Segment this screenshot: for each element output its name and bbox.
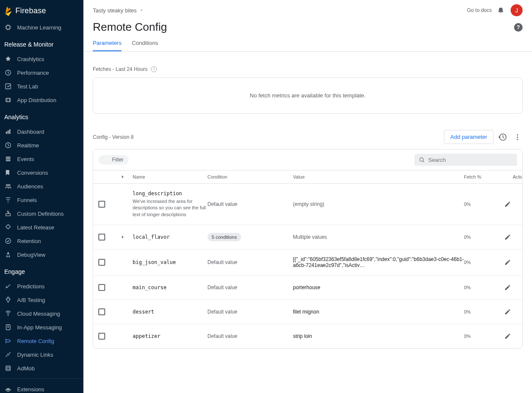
row-checkbox[interactable] (98, 308, 105, 315)
nav-icon (4, 82, 12, 90)
sidebar-item-test-lab[interactable]: Test Lab (0, 79, 83, 93)
sidebar-item-events[interactable]: Events (0, 152, 83, 166)
row-checkbox[interactable] (98, 234, 105, 240)
row-checkbox[interactable] (98, 201, 105, 208)
edit-button[interactable] (502, 199, 513, 209)
info-icon[interactable]: ? (151, 66, 157, 72)
param-name: big_json_value (133, 259, 207, 265)
sidebar-item-custom-definitions[interactable]: Custom Definitions (0, 207, 83, 220)
table-row: appetizerDefault valuestrip loin0% (93, 324, 522, 348)
sidebar-item-label: Remote Config (17, 338, 54, 344)
add-parameter-button[interactable]: Add parameter (444, 130, 494, 144)
sidebar: Firebase Machine Learning Release & Moni… (0, 0, 83, 393)
col-fetch: Fetch % (464, 174, 494, 179)
row-more-button[interactable] (518, 331, 523, 341)
config-actions: Add parameter (444, 130, 523, 144)
filter-button[interactable]: Filter (98, 155, 129, 164)
nav-icon (4, 223, 12, 231)
nav-icon (4, 323, 12, 331)
nav-icon (4, 282, 12, 290)
sidebar-item-machine-learning[interactable]: Machine Learning (0, 21, 83, 34)
nav-icon (4, 196, 12, 204)
sidebar-item-dynamic-links[interactable]: Dynamic Links (0, 348, 83, 361)
notifications-button[interactable] (497, 6, 505, 15)
param-name: appetizer (133, 333, 207, 339)
sidebar-item-realtime[interactable]: Realtime (0, 138, 83, 152)
row-more-button[interactable] (518, 199, 523, 209)
main-content: Tasty steaky bites Go to docs J Remote C… (83, 0, 532, 393)
row-checkbox[interactable] (98, 259, 105, 266)
search-input[interactable] (428, 157, 513, 163)
sidebar-item-extensions[interactable]: Extensions (0, 382, 83, 393)
sidebar-item-predictions[interactable]: Predictions (0, 279, 83, 293)
svg-rect-4 (6, 132, 7, 134)
search-box[interactable] (414, 154, 517, 166)
sidebar-item-audiences[interactable]: Audiences (0, 179, 83, 193)
nav-icon (4, 337, 12, 345)
avatar[interactable]: J (511, 4, 523, 16)
tabs: Parameters Conditions (83, 34, 532, 52)
help-button[interactable]: ? (514, 23, 523, 32)
sidebar-section-release: Release & Monitor (0, 34, 83, 52)
brand-text: Firebase (15, 6, 46, 15)
metrics-card: No fetch metrics are available for this … (93, 77, 523, 114)
sidebar-item-funnels[interactable]: Funnels (0, 193, 83, 207)
param-value: [{"_id":"605bf32363ef5fa8d8e1fc69","inde… (293, 256, 464, 268)
tab-parameters[interactable]: Parameters (93, 40, 121, 51)
more-button[interactable] (512, 132, 523, 142)
nav-icon (4, 237, 12, 245)
param-value: filet mignon (293, 309, 464, 315)
param-value: (empty string) (293, 201, 464, 207)
expand-all-toggle[interactable] (120, 174, 133, 180)
edit-button[interactable] (502, 331, 513, 341)
row-more-button[interactable] (518, 282, 523, 293)
col-condition: Condition (207, 174, 293, 179)
row-checkbox[interactable] (98, 333, 105, 340)
history-button[interactable] (498, 132, 508, 142)
go-to-docs-link[interactable]: Go to docs (467, 7, 492, 13)
nav-icon (4, 128, 12, 135)
sidebar-item-in-app-messaging[interactable]: In-App Messaging (0, 320, 83, 334)
sidebar-item-dashboard[interactable]: Dashboard (0, 125, 83, 138)
nav-icon (4, 210, 12, 217)
filter-icon (103, 157, 109, 163)
filter-label: Filter (112, 157, 124, 163)
topbar: Tasty steaky bites Go to docs J (83, 0, 532, 16)
edit-button[interactable] (502, 257, 513, 267)
table-row: long_descriptionWe've increased the area… (93, 184, 522, 225)
edit-button[interactable] (502, 282, 513, 293)
sidebar-item-a-b-testing[interactable]: A/B Testing (0, 293, 83, 307)
fetch-percent: 0% (464, 202, 494, 207)
sidebar-item-retention[interactable]: Retention (0, 234, 83, 248)
sidebar-item-performance[interactable]: Performance (0, 66, 83, 79)
edit-button[interactable] (502, 232, 513, 242)
sidebar-item-conversions[interactable]: Conversions (0, 166, 83, 179)
row-checkbox[interactable] (98, 284, 105, 291)
tab-conditions[interactable]: Conditions (132, 40, 158, 51)
param-name: main_course (133, 284, 207, 290)
svg-rect-5 (8, 130, 9, 134)
metrics-empty-text: No fetch metrics are available for this … (250, 92, 366, 99)
firebase-logo[interactable]: Firebase (4, 5, 46, 16)
content: Fetches - Last 24 Hours ? No fetch metri… (83, 52, 532, 357)
sidebar-section-analytics: Analytics (0, 107, 83, 125)
edit-button[interactable] (502, 307, 513, 317)
sidebar-item-crashlytics[interactable]: Crashlytics (0, 52, 83, 66)
extensions-icon (4, 385, 12, 393)
expand-row-toggle[interactable] (120, 234, 133, 240)
sidebar-item-app-distribution[interactable]: App Distribution (0, 93, 83, 107)
sidebar-item-admob[interactable]: AdMob (0, 361, 83, 375)
sidebar-item-remote-config[interactable]: Remote Config (0, 334, 83, 348)
sidebar-item-debugview[interactable]: DebugView (0, 248, 83, 261)
row-more-button[interactable] (518, 257, 523, 267)
svg-rect-10 (6, 214, 11, 216)
sidebar-item-cloud-messaging[interactable]: Cloud Messaging (0, 307, 83, 320)
nav-icon (4, 364, 12, 372)
row-more-button[interactable] (518, 232, 523, 242)
fetch-percent: 0% (464, 285, 494, 290)
sidebar-item-label: Latest Release (17, 224, 54, 231)
sidebar-item-latest-release[interactable]: Latest Release (0, 220, 83, 234)
row-more-button[interactable] (518, 307, 523, 317)
col-actions: Actions (494, 174, 523, 179)
project-selector[interactable]: Tasty steaky bites (93, 7, 144, 14)
